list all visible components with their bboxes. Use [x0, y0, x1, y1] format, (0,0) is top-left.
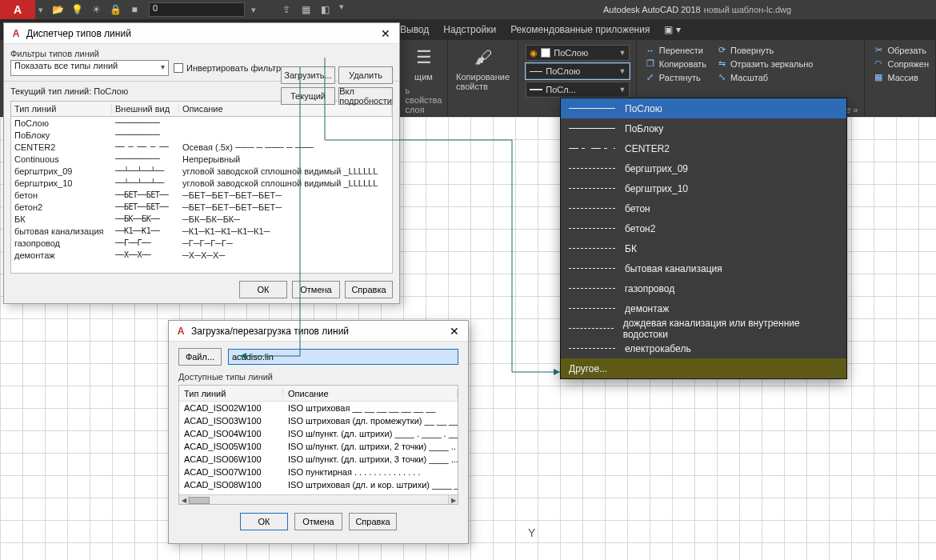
- rotate-icon: ⟳: [716, 45, 727, 55]
- close-button[interactable]: ✕: [446, 325, 463, 338]
- rotate-button[interactable]: ⟳Повернуть: [716, 45, 813, 55]
- array-button[interactable]: ▦Массив: [873, 72, 929, 82]
- workspace-dropdown-icon[interactable]: ▾: [336, 2, 347, 18]
- linetype-option[interactable]: CENTER2: [561, 138, 846, 158]
- linetype-option[interactable]: ПоСлою: [561, 98, 846, 118]
- table-row[interactable]: бетон2──БЕТ──БЕТ───БЕТ─БЕТ─БЕТ─БЕТ─: [11, 201, 392, 213]
- lineweight-selector[interactable]: ПоСл... ▼: [526, 82, 630, 98]
- match-props-icon: 🖌: [470, 45, 496, 70]
- dialog-titlebar[interactable]: A Загрузка/перезагрузка типов линий ✕: [169, 321, 468, 342]
- table-row[interactable]: ACAD_ISO04W100ISO ш/пункт. (дл. штрихи) …: [179, 427, 458, 440]
- open-icon[interactable]: 📂: [50, 2, 66, 18]
- col-type[interactable]: Тип линий: [179, 389, 283, 398]
- table-row[interactable]: ACAD_ISO03W100ISO штриховая (дл. промежу…: [179, 414, 458, 427]
- qat-dropdown-icon[interactable]: ▾: [248, 5, 259, 15]
- linetype-option[interactable]: демонтаж: [561, 298, 846, 318]
- linetype-option[interactable]: бергштрих_09: [561, 158, 846, 178]
- linetype-option[interactable]: бетон: [561, 198, 846, 218]
- mirror-button[interactable]: ⇋Отразить зеркально: [716, 58, 813, 69]
- table-row[interactable]: БК──БК──БК───БК─БК─БК─: [11, 213, 392, 225]
- layer-state-button[interactable]: ☰ щим: [411, 45, 437, 82]
- app-menu-dropdown-icon[interactable]: ▾: [35, 5, 46, 15]
- table-row[interactable]: бытовая канализация──К1──К1───К1─К1─К1─К…: [11, 225, 392, 237]
- move-button[interactable]: ↔Перенести: [645, 45, 706, 55]
- table-row[interactable]: Continuous──────────Непрерывный: [11, 153, 392, 165]
- col-type[interactable]: Тип линий: [11, 104, 112, 114]
- horizontal-scrollbar[interactable]: ◀ ▶: [179, 494, 458, 505]
- linetype-option[interactable]: бытовая канализация: [561, 258, 846, 278]
- available-linetypes-table[interactable]: Тип линий Описание ACAD_ISO02W100ISO штр…: [178, 385, 458, 505]
- table-row[interactable]: газопровод──Г──Г───Г─Г─Г─Г─: [11, 237, 392, 249]
- scale-button[interactable]: ⤡Масштаб: [716, 72, 813, 82]
- table-row[interactable]: ACAD_ISO05W100ISO ш/пункт. (дл. штрихи, …: [179, 440, 458, 453]
- linetype-option[interactable]: БК: [561, 238, 846, 258]
- linetype-option[interactable]: дождевая канализация или внутренние водо…: [561, 318, 846, 338]
- table-row[interactable]: бергштрих_09──┴──┴──┴──угловой заводской…: [11, 165, 392, 177]
- cancel-button[interactable]: Отмена: [294, 513, 342, 530]
- stretch-button[interactable]: ⤢Растянуть: [645, 72, 706, 82]
- table-row[interactable]: бергштрих_10──┴──┴──┴──угловой заводской…: [11, 177, 392, 189]
- layers-icon: ☰: [411, 45, 437, 70]
- filter-select[interactable]: Показать все типы линий: [10, 60, 169, 76]
- details-button[interactable]: Вкл подробности: [338, 87, 393, 105]
- col-desc[interactable]: Описание: [283, 389, 458, 398]
- match-properties-button[interactable]: 🖌 Копирование свойств: [456, 45, 511, 91]
- dialog-titlebar[interactable]: A Диспетчер типов линий ✕: [4, 23, 399, 44]
- current-button[interactable]: Текущий: [281, 87, 335, 105]
- delete-button[interactable]: Удалить: [338, 66, 393, 84]
- file-path-input[interactable]: [228, 349, 458, 365]
- linetype-table[interactable]: ПоСлою──────────ПоБлоку──────────CENTER2…: [10, 117, 393, 274]
- tab-featured-apps[interactable]: Рекомендованные приложения: [510, 24, 650, 35]
- file-button[interactable]: Файл...: [178, 348, 222, 366]
- linetype-option[interactable]: газопровод: [561, 278, 846, 298]
- table-row[interactable]: ACAD_ISO02W100ISO штриховая __ __ __ __ …: [179, 402, 458, 414]
- linetype-option[interactable]: ПоБлоку: [561, 118, 846, 138]
- close-button[interactable]: ✕: [377, 27, 394, 40]
- linetype-selector[interactable]: ПоСлою ▼: [526, 63, 630, 79]
- share-icon[interactable]: ⇪: [278, 2, 294, 18]
- cancel-button[interactable]: Отмена: [292, 281, 340, 298]
- table-row[interactable]: ACAD_ISO07W100ISO пунктирная . . . . . .…: [179, 466, 458, 478]
- lock-icon[interactable]: 🔒: [107, 2, 123, 18]
- app-menu-button[interactable]: A: [0, 0, 35, 19]
- layer-swatch-icon[interactable]: ■: [126, 2, 142, 18]
- ok-button[interactable]: ОК: [240, 513, 288, 530]
- table-row[interactable]: ПоБлоку──────────: [11, 129, 392, 141]
- table-row[interactable]: бетон──БЕТ──БЕТ───БЕТ─БЕТ─БЕТ─БЕТ─: [11, 189, 392, 201]
- help-button[interactable]: Справка: [349, 513, 397, 530]
- table-row[interactable]: ACAD_ISO08W100ISO штриховая (дл. и кор. …: [179, 478, 458, 491]
- trim-button[interactable]: ✂Обрезать: [873, 45, 929, 55]
- sun-icon[interactable]: ☀: [88, 2, 104, 18]
- help-button[interactable]: Справка: [345, 281, 393, 298]
- table-row[interactable]: ПоСлою──────────: [11, 117, 392, 129]
- tab-more-icon[interactable]: ▣ ▾: [664, 24, 680, 35]
- copy-button[interactable]: ❐Копировать: [645, 58, 706, 69]
- workspace-icon[interactable]: ◧: [317, 2, 333, 18]
- table-row[interactable]: ACAD_ISO06W100ISO ш/пункт. (дл. штрихи, …: [179, 453, 458, 466]
- tab-output[interactable]: Вывод: [400, 24, 429, 35]
- ok-button[interactable]: ОК: [239, 281, 287, 298]
- invert-filter-checkbox[interactable]: Инвертировать фильтр: [174, 63, 281, 73]
- tab-addins[interactable]: Надстройки: [443, 24, 496, 35]
- scroll-thumb[interactable]: [189, 497, 210, 504]
- color-selector[interactable]: ◉ ПоСлою ▼: [526, 45, 630, 61]
- trim-icon: ✂: [873, 45, 884, 55]
- linetype-option[interactable]: електрокабель: [561, 338, 846, 358]
- table-row[interactable]: демонтаж──X──X───X─X─X─: [11, 249, 392, 261]
- table-row[interactable]: CENTER2── ─ ── ─ ──Осевая (.5x) ─── ─ ──…: [11, 141, 392, 153]
- linetype-other-option[interactable]: Другое...: [561, 358, 846, 378]
- linetype-dropdown[interactable]: ПоСлоюПоБлокуCENTER2бергштрих_09бергштри…: [560, 98, 847, 379]
- scroll-left-icon[interactable]: ◀: [179, 495, 189, 505]
- fillet-button[interactable]: ◠Сопряжен: [873, 58, 929, 69]
- scroll-right-icon[interactable]: ▶: [448, 495, 458, 505]
- linetype-manager-dialog: A Диспетчер типов линий ✕ Фильтры типов …: [3, 22, 400, 304]
- load-button[interactable]: Загрузить...: [281, 66, 335, 84]
- layer-name-field[interactable]: 0: [149, 2, 245, 17]
- linetype-option[interactable]: бетон2: [561, 218, 846, 238]
- col-preview[interactable]: Внешний вид: [112, 104, 179, 114]
- dialog-title: Загрузка/перезагрузка типов линий: [191, 326, 349, 337]
- linetype-option[interactable]: бергштрих_10: [561, 178, 846, 198]
- bulb-icon[interactable]: 💡: [69, 2, 85, 18]
- views-icon[interactable]: ▦: [298, 2, 314, 18]
- linetype-preview-icon: [569, 188, 615, 189]
